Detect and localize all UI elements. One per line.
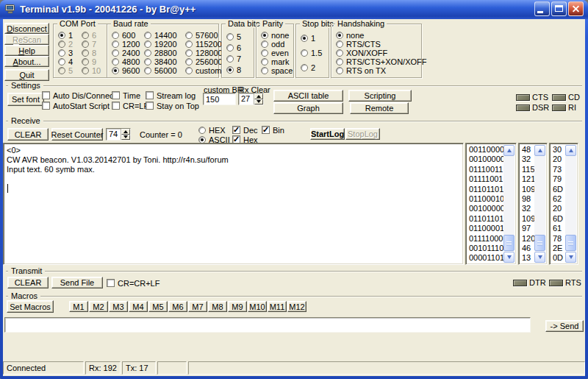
radio-baud-57600[interactable]: 57600 xyxy=(185,31,223,40)
macro-button-m4[interactable]: M4 xyxy=(129,301,148,312)
radio-handshake-none[interactable]: none xyxy=(336,31,427,40)
radio-parity-odd[interactable]: odd xyxy=(261,40,293,49)
radio-baud-19200[interactable]: 19200 xyxy=(144,40,185,49)
radio-baud-56000[interactable]: 56000 xyxy=(144,66,185,75)
scroll-thumb[interactable] xyxy=(534,235,545,251)
radio-stopbits-1[interactable]: 1 xyxy=(301,34,327,43)
ascii-table-button[interactable]: ASCII table xyxy=(273,90,343,102)
radio-parity-even[interactable]: even xyxy=(261,49,293,57)
radio-baud-2400[interactable]: 2400 xyxy=(112,49,144,57)
binary-scrollbar[interactable] xyxy=(503,145,514,263)
list-item[interactable]: 00001101 xyxy=(467,253,503,263)
spin-down-button[interactable] xyxy=(121,135,130,141)
maximize-button[interactable] xyxy=(551,1,567,16)
decimal-scrollbar[interactable] xyxy=(534,145,545,263)
radio-handshake-rtscts[interactable]: RTS/CTS xyxy=(336,40,427,49)
macro-button-m1[interactable]: M1 xyxy=(69,301,88,312)
radio-hex-mode[interactable]: HEX xyxy=(198,125,226,135)
receive-terminal[interactable]: <0> CW AVR beacon. V1.03.20142701 by Ton… xyxy=(3,143,464,265)
radio-baud-38400[interactable]: 38400 xyxy=(144,57,185,66)
macro-button-m2[interactable]: M2 xyxy=(89,301,108,312)
remote-button[interactable]: Remote xyxy=(350,102,409,114)
list-item[interactable]: 2E xyxy=(551,244,565,253)
checkbox-auto-dis-connect[interactable]: Auto Dis/Connect xyxy=(42,91,116,100)
list-item[interactable]: 00100000 xyxy=(467,155,503,164)
spin-down-button[interactable] xyxy=(254,99,263,105)
list-item[interactable]: 01101101 xyxy=(467,214,503,224)
radio-baud-4800[interactable]: 4800 xyxy=(112,57,144,66)
scroll-down-button[interactable] xyxy=(534,252,545,263)
decimal-listbox[interactable]: 48 32 115 121 109 98 32 109 97 120 46 13 xyxy=(518,143,548,265)
radio-baud-115200[interactable]: 115200 xyxy=(185,40,223,49)
scroll-down-button[interactable] xyxy=(503,252,514,263)
spin-up-button[interactable] xyxy=(121,129,130,135)
list-item[interactable]: 20 xyxy=(551,155,565,164)
quit-button[interactable]: Quit xyxy=(4,69,49,81)
macro-button-m10[interactable]: M10 xyxy=(248,301,267,312)
radio-baud-600[interactable]: 600 xyxy=(112,31,144,40)
checkbox-autostart-script[interactable]: AutoStart Script xyxy=(42,101,110,110)
macro-button-m3[interactable]: M3 xyxy=(109,301,128,312)
radio-com-3[interactable]: 3 xyxy=(58,49,82,57)
radio-baud-14400[interactable]: 14400 xyxy=(144,31,185,40)
list-item[interactable]: 30 xyxy=(551,145,565,155)
list-item[interactable]: 98 xyxy=(520,194,534,204)
scroll-thumb[interactable] xyxy=(565,235,576,251)
macro-button-m9[interactable]: M9 xyxy=(228,301,247,312)
radio-databits-7[interactable]: 7 xyxy=(226,54,252,63)
scripting-button[interactable]: Scripting xyxy=(348,90,412,102)
radio-stopbits-1-5[interactable]: 1.5 xyxy=(301,49,327,57)
radio-parity-none[interactable]: none xyxy=(261,31,293,40)
custom-br-input[interactable] xyxy=(203,93,236,105)
list-item[interactable]: 01100010 xyxy=(467,194,503,204)
list-item[interactable]: 6D xyxy=(551,214,565,224)
radio-handshake-xonxoff[interactable]: XON/XOFF xyxy=(336,49,427,57)
graph-button[interactable]: Graph xyxy=(273,102,343,114)
close-button[interactable] xyxy=(568,1,584,16)
title-bar[interactable]: Terminal v1.9b - 20041226 - by Br@y++ xyxy=(0,0,588,19)
list-item[interactable]: 00100000 xyxy=(467,204,503,213)
minimize-button[interactable] xyxy=(534,1,550,16)
list-item[interactable]: 00110000 xyxy=(467,145,503,155)
radio-handshake-rtscts-xonxoff[interactable]: RTS/CTS+XON/XOFF xyxy=(336,57,427,66)
list-item[interactable]: 115 xyxy=(520,165,534,174)
list-item[interactable]: 00101110 xyxy=(467,244,503,253)
send-button[interactable]: -> Send xyxy=(545,320,584,332)
list-item[interactable]: 01101101 xyxy=(467,185,503,194)
set-font-button[interactable]: Set font xyxy=(7,93,44,106)
list-item[interactable]: 79 xyxy=(551,174,565,184)
radio-baud-256000[interactable]: 256000 xyxy=(185,57,223,66)
radio-parity-space[interactable]: space xyxy=(261,66,293,75)
macro-button-m11[interactable]: M11 xyxy=(268,301,287,312)
list-item[interactable]: 109 xyxy=(520,185,534,194)
checkbox-cr-cr-lf[interactable]: CR=CR+LF xyxy=(107,278,159,288)
startlog-button[interactable]: StartLog xyxy=(310,128,345,140)
transmit-clear-button[interactable]: CLEAR xyxy=(7,277,49,288)
list-item[interactable]: 01110011 xyxy=(467,165,503,174)
spin-up-button[interactable] xyxy=(254,93,263,99)
checkbox-stay-on-top[interactable]: Stay on Top xyxy=(146,101,199,110)
list-item[interactable]: 32 xyxy=(520,204,534,213)
checkbox-time[interactable]: Time xyxy=(112,91,140,100)
list-item[interactable]: 6D xyxy=(551,185,565,194)
radio-baud-custom[interactable]: custom xyxy=(185,66,223,75)
macro-button-m5[interactable]: M5 xyxy=(148,301,168,312)
radio-baud-9600[interactable]: 9600 xyxy=(112,66,144,75)
list-item[interactable]: 121 xyxy=(520,174,534,184)
list-item[interactable]: 32 xyxy=(520,155,534,164)
scroll-up-button[interactable] xyxy=(503,145,514,156)
binary-listbox[interactable]: 00110000 00100000 01110011 01111001 0110… xyxy=(465,143,517,265)
receive-clear-button[interactable]: CLEAR xyxy=(7,128,49,141)
radio-databits-6[interactable]: 6 xyxy=(226,43,252,52)
list-item[interactable]: 120 xyxy=(520,234,534,244)
list-item[interactable]: 48 xyxy=(520,145,534,155)
send-file-button[interactable]: Send File xyxy=(51,277,103,288)
rx-font-spinner[interactable]: 74 xyxy=(106,128,131,141)
hex-listbox[interactable]: 30 20 73 79 6D 62 20 6D 61 78 2E 0D xyxy=(549,143,578,265)
radio-baud-28800[interactable]: 28800 xyxy=(144,49,185,57)
hex-scrollbar[interactable] xyxy=(565,145,576,263)
rx-clear-spinner[interactable]: 27 xyxy=(238,93,264,105)
list-item[interactable]: 20 xyxy=(551,204,565,213)
list-item[interactable]: 01111001 xyxy=(467,174,503,184)
list-item[interactable]: 97 xyxy=(520,224,534,233)
